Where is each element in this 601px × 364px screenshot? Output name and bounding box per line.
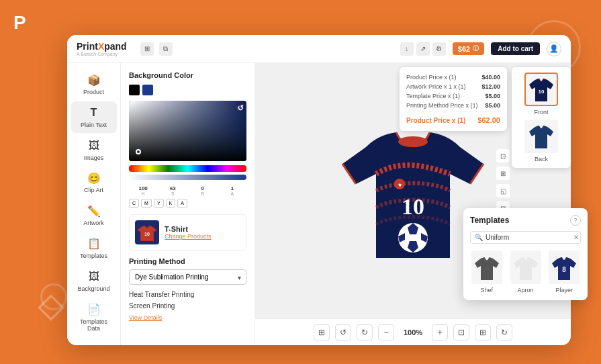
s-input[interactable]: 63 S xyxy=(158,185,187,196)
method-option-screen: Screen Printing xyxy=(129,300,246,312)
sidebar-item-clip-art[interactable]: 😊 Clip Art xyxy=(71,167,117,198)
side-action-3[interactable]: ◱ xyxy=(496,183,510,198)
mode-m-btn[interactable]: M xyxy=(141,199,152,208)
px-logo: PX xyxy=(13,12,36,34)
templates-data-icon: 📄 xyxy=(87,302,101,317)
app-body: 📦 Product T Plain Text 🖼 Images 😊 Clip A… xyxy=(67,63,571,345)
price-row-2: Template Price x (1) $5.00 xyxy=(406,93,500,99)
view-item-back[interactable]: Back xyxy=(517,120,565,163)
side-action-2[interactable]: ⊞ xyxy=(496,166,510,181)
mode-c-btn[interactable]: C xyxy=(129,199,139,208)
copy-icon[interactable]: ⧉ xyxy=(159,42,173,56)
price-badge-value: $62 xyxy=(458,45,470,53)
price-label-1: Artwork Price x 1 x (1) xyxy=(406,83,466,90)
user-icon[interactable]: 👤 xyxy=(547,42,561,56)
sidebar-item-templates-data[interactable]: 📄 Templates Data xyxy=(71,298,117,337)
tools-panel: Background Color ↺ xyxy=(121,63,255,345)
add-to-cart-button[interactable]: Add to cart xyxy=(491,42,540,55)
logo-x: X xyxy=(98,41,104,52)
color-cursor xyxy=(136,149,141,154)
sidebar-item-artwork[interactable]: ✏️ Artwork xyxy=(71,199,117,231)
view-details-link[interactable]: View Details xyxy=(129,314,246,321)
swatch-black[interactable] xyxy=(129,85,140,95)
sidebar-item-product[interactable]: 📦 Product xyxy=(71,69,117,100)
layout-icon[interactable]: ⊞ xyxy=(140,42,154,56)
swatch-blue[interactable] xyxy=(142,85,153,95)
sidebar-item-images[interactable]: 🖼 Images xyxy=(71,134,117,166)
template-label-apron: Apron xyxy=(517,287,533,293)
b-label: B xyxy=(201,191,204,196)
product-details: T-Shirt Change Products xyxy=(165,225,212,240)
change-products-link[interactable]: Change Products xyxy=(165,233,212,240)
settings-icon[interactable]: ⚙ xyxy=(432,42,446,56)
rotate-btn[interactable]: ↻ xyxy=(496,324,512,340)
tshirt-collar xyxy=(398,136,428,147)
layout2-btn[interactable]: ⊞ xyxy=(475,324,491,340)
templates-search-input[interactable] xyxy=(486,234,571,241)
price-row-0: Product Price x (1) $40.00 xyxy=(406,74,500,81)
view-item-front[interactable]: 10 Front xyxy=(517,73,565,116)
printing-method-title: Printing Method xyxy=(129,257,246,265)
sidebar-label-templates-data: Templates Data xyxy=(74,318,114,333)
layout1-btn[interactable]: ⊡ xyxy=(453,324,469,340)
product-name: T-Shirt xyxy=(165,225,212,233)
zoom-out-btn[interactable]: − xyxy=(378,324,394,340)
price-total-value: $62.00 xyxy=(477,116,500,124)
header-logo: PrintXpand A Biztech Company xyxy=(77,41,127,56)
jersey-number: 10 xyxy=(402,194,424,219)
color-picker-box[interactable]: ↺ xyxy=(129,101,246,161)
templates-title: Templates xyxy=(470,216,509,225)
price-badge: $62 ⓘ xyxy=(453,42,484,55)
side-action-1[interactable]: ⊡ xyxy=(496,148,510,163)
hue-slider[interactable] xyxy=(129,165,246,172)
price-total-row: Product Price x (1) $62.00 xyxy=(406,111,500,124)
a-input[interactable]: 1 A xyxy=(218,185,246,196)
s-label: S xyxy=(171,191,175,196)
sidebar-item-plain-text[interactable]: T Plain Text xyxy=(71,101,117,133)
search-clear-btn[interactable]: ✕ xyxy=(573,234,579,241)
sidebar-item-background[interactable]: 🖼 Background xyxy=(71,265,117,297)
front-label: Front xyxy=(534,109,548,116)
select-wrapper: Dye Sublimation Printing Heat Transfer P… xyxy=(129,269,246,285)
sidebar-label-images: Images xyxy=(84,154,104,162)
template-item-shef[interactable]: Shef xyxy=(470,251,504,293)
price-row-1: Artwork Price x 1 x (1) $12.00 xyxy=(406,83,500,90)
price-value-3: $5.00 xyxy=(485,102,500,109)
sidebar-label-clip-art: Clip Art xyxy=(84,187,103,194)
zoom-in-btn[interactable]: + xyxy=(432,324,448,340)
share-icon[interactable]: ⇗ xyxy=(416,42,430,56)
sidebar-label-background: Background xyxy=(77,285,109,293)
template-thumb-shef xyxy=(471,251,502,284)
b-input[interactable]: 0 B xyxy=(189,185,217,196)
mode-a-btn[interactable]: A xyxy=(177,199,187,208)
views-panel: 10 Front Back xyxy=(512,67,571,168)
brightness-overlay xyxy=(129,101,246,161)
mode-k-btn[interactable]: K xyxy=(166,199,176,208)
template-item-apron[interactable]: Apron xyxy=(509,251,543,293)
refresh-icon[interactable]: ↺ xyxy=(238,103,244,112)
product-icon: 📦 xyxy=(87,73,101,87)
mode-y-btn[interactable]: Y xyxy=(154,199,164,208)
price-label-2: Template Price x (1) xyxy=(406,93,460,99)
logo-subtitle: A Biztech Company xyxy=(77,52,127,56)
back-thumb xyxy=(524,120,558,153)
opacity-slider[interactable] xyxy=(129,175,246,180)
redo-btn[interactable]: ↻ xyxy=(357,324,373,340)
sidebar-label-product: Product xyxy=(83,89,104,96)
printing-method-select[interactable]: Dye Sublimation Printing Heat Transfer P… xyxy=(129,269,246,285)
templates-help-btn[interactable]: ? xyxy=(570,215,581,226)
center-panel: Background Color ↺ xyxy=(121,63,571,345)
grid-btn[interactable]: ⊞ xyxy=(314,324,330,340)
artwork-icon: ✏️ xyxy=(87,203,101,218)
undo-btn[interactable]: ↺ xyxy=(335,324,351,340)
download-icon[interactable]: ↓ xyxy=(400,42,414,56)
template-item-player[interactable]: 8 Player xyxy=(547,251,581,293)
front-thumb: 10 xyxy=(524,73,558,106)
clip-art-icon: 😊 xyxy=(87,171,101,185)
price-label-0: Product Price x (1) xyxy=(406,74,457,81)
h-input[interactable]: 100 H xyxy=(129,185,157,196)
logo-text: PrintXpand xyxy=(77,41,127,52)
sidebar-item-templates[interactable]: 📋 Templates xyxy=(71,232,117,264)
price-value-2: $5.00 xyxy=(485,93,500,99)
product-info: 10 T-Shirt Change Products xyxy=(129,214,246,251)
